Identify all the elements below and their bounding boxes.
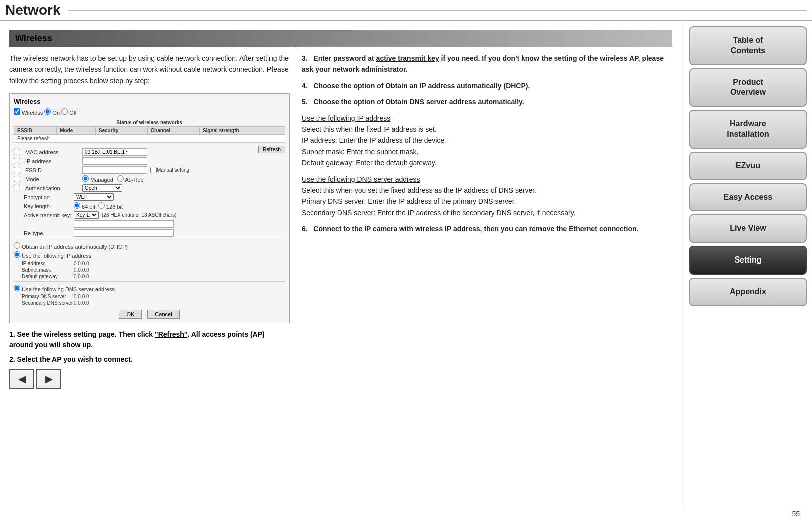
retype-input[interactable] (74, 229, 174, 237)
gateway-label: Default gateway (14, 274, 74, 279)
step-3-num: 3. Enter password at active transmit key… (302, 54, 664, 73)
step-5-num: 5. Choose the option of Obtain DNS serve… (302, 98, 524, 106)
encryption-label: Encryption (14, 194, 74, 200)
secondary-dns-row: Secondary DNS server 0.0.0.0 (14, 300, 285, 306)
left-column: The wireless network has to be set up by… (9, 53, 290, 389)
essid-checkbox[interactable] (14, 167, 20, 173)
essid-input[interactable] (82, 166, 147, 174)
auth-select[interactable]: Open (82, 184, 122, 192)
ip-address-value: 0.0.0.0 (74, 260, 89, 266)
section-title-bar: Wireless (9, 30, 672, 47)
use-following-dns-section: Use the following DNS server address Sel… (302, 174, 672, 219)
key128[interactable]: 128 bit (98, 202, 123, 210)
ip-section: Obtain an IP address automatically (DHCP… (14, 242, 285, 279)
secondary-dns-label: Secondary DNS server (14, 300, 74, 306)
manual-setting-checkbox[interactable] (150, 167, 157, 173)
ip-address-label: IP address (14, 260, 74, 266)
wireless-checkbox[interactable] (14, 108, 20, 115)
dns-section: Use the following DNS server address Pri… (14, 285, 285, 306)
ip-checkbox[interactable] (14, 158, 20, 164)
transmit-key-label: Active transmit key: (14, 212, 74, 218)
step-2-num: 2. (9, 355, 15, 363)
section-title: Wireless (15, 33, 52, 43)
use-dns-label[interactable]: Use the following DNS server address (14, 285, 115, 292)
next-button[interactable]: ▶ (36, 369, 61, 389)
col-channel: Channel (147, 127, 199, 135)
hex-note: (26 HEX chars or 13 ASCII chars) (102, 212, 177, 218)
subnet-label: Subnet mask (14, 267, 74, 273)
sidebar-btn-toc[interactable]: Table ofContents (689, 26, 807, 65)
prev-button[interactable]: ◀ (9, 369, 34, 389)
keylength-label: Key length (14, 203, 74, 209)
sidebar-btn-product[interactable]: ProductOverview (689, 68, 807, 107)
mode-adhoc[interactable]: Ad-Hoc (117, 175, 143, 183)
refresh-button[interactable]: Refresh (258, 146, 285, 153)
cancel-button[interactable]: Cancel (147, 310, 179, 319)
sidebar-btn-appendix[interactable]: Appendix (689, 278, 807, 306)
key-select[interactable]: Key 1: (74, 211, 99, 219)
mode-label: Mode (22, 176, 82, 182)
wireless-toggle: Wireless On Off (14, 108, 285, 116)
mode-managed[interactable]: Managed (82, 175, 113, 183)
encryption-select[interactable]: WEP (74, 193, 114, 201)
wireless-on[interactable]: On (44, 110, 61, 116)
page-header: Network (0, 0, 812, 21)
mac-checkbox[interactable] (14, 149, 20, 155)
use-following-dns-heading: Use the following DNS server address (302, 174, 672, 185)
ok-button[interactable]: OK (119, 310, 142, 319)
wireless-off[interactable]: Off (61, 110, 77, 116)
key-value-input[interactable] (74, 220, 174, 228)
secondary-dns-value: 0.0.0.0 (74, 300, 89, 306)
mac-row: MAC address (14, 148, 258, 156)
header-divider (68, 10, 807, 11)
transmit-key-row: Active transmit key: Key 1: (26 HEX char… (14, 211, 285, 219)
dhcp-label[interactable]: Obtain an IP address automatically (DHCP… (14, 242, 128, 250)
subnet-value: 0.0.0.0 (74, 267, 89, 273)
steps-bottom: 1. See the wireless setting page. Then c… (9, 329, 290, 389)
manual-setting-label: Manual setting (157, 167, 189, 173)
step-2: 2. Select the AP you wish to connect. (9, 354, 290, 365)
col-mode: Mode (57, 127, 96, 135)
status-header: Status of wireless networks (14, 120, 285, 125)
table-row: Please refresh. (14, 135, 285, 143)
two-col-layout: The wireless network has to be set up by… (9, 53, 672, 389)
mac-label: MAC address (22, 149, 82, 155)
sidebar-btn-easy-access[interactable]: Easy Access (689, 183, 807, 212)
mode-row: Mode Managed Ad-Hoc (14, 175, 285, 183)
dhcp-radio[interactable] (14, 242, 20, 249)
key64[interactable]: 64 bit (74, 202, 95, 210)
header-title: Network (5, 2, 60, 18)
sidebar-btn-live-view[interactable]: Live View (689, 214, 807, 243)
sidebar-btn-setting[interactable]: Setting (689, 246, 807, 275)
step-3: 3. Enter password at active transmit key… (302, 53, 672, 75)
keylength-row: Key length 64 bit 128 bit (14, 202, 285, 210)
col-essid: ESSID (14, 127, 57, 135)
step-1: 1. See the wireless setting page. Then c… (9, 329, 290, 350)
col-security: Security (95, 127, 147, 135)
ip-input[interactable] (82, 157, 147, 165)
sidebar-btn-ezvuu[interactable]: EZvuu (689, 152, 807, 180)
auth-checkbox[interactable] (14, 185, 20, 191)
mode-checkbox[interactable] (14, 176, 20, 182)
step-4-num: 4. Choose the option of Obtain an IP add… (302, 82, 530, 90)
table-placeholder: Please refresh. (14, 135, 285, 143)
essid-row: ESSID Manual setting (14, 166, 285, 174)
primary-dns-label: Primary DNS server (14, 294, 74, 299)
gateway-value: 0.0.0.0 (74, 274, 89, 279)
step-5: 5. Choose the option of Obtain DNS serve… (302, 96, 672, 107)
gateway-row: Default gateway 0.0.0.0 (14, 274, 285, 279)
use-following-ip-section: Use the following IP address Select this… (302, 113, 672, 169)
sidebar-btn-hardware[interactable]: HardwareInstallation (689, 110, 807, 149)
step-6-num: 6. Connect to the IP camera with wireles… (302, 225, 638, 233)
main-layout: Wireless The wireless network has to be … (0, 21, 812, 506)
use-ip-label[interactable]: Use the following IP address (14, 251, 91, 259)
use-ip-radio[interactable] (14, 251, 20, 258)
subnet-row: Subnet mask 0.0.0.0 (14, 267, 285, 273)
mac-input[interactable] (82, 148, 147, 156)
use-dns-radio[interactable] (14, 285, 20, 291)
camera-ui-screenshot: Wireless Wireless On Off Status of wirel… (9, 93, 290, 323)
primary-dns-row: Primary DNS server 0.0.0.0 (14, 294, 285, 299)
use-dns-row: Use the following DNS server address (14, 285, 285, 292)
dhcp-row: Obtain an IP address automatically (DHCP… (14, 242, 285, 250)
cam-title: Wireless (14, 98, 285, 105)
